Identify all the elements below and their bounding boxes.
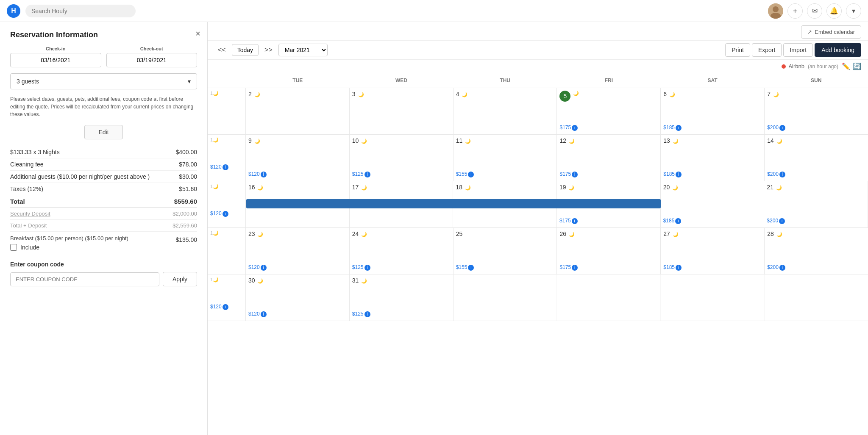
cal-day-24[interactable]: 24 🌙 $125i [350, 228, 453, 274]
cal-day-30[interactable]: 30 🌙 $120i [246, 274, 350, 321]
cal-week-2: 1🌙$120i 9 🌙 $120i 10 🌙 $125i 11 🌙 $155i … [208, 135, 868, 181]
include-checkbox[interactable] [10, 244, 17, 251]
embed-label: Embed calendar [815, 29, 855, 35]
add-booking-button[interactable]: Add booking [815, 43, 861, 57]
cal-day-12[interactable]: 12 🌙 $175i [557, 135, 661, 181]
nav-right: + ✉ 🔔 ▾ [768, 3, 861, 19]
header-sat: SAT [661, 75, 765, 86]
coupon-title: Enter coupon code [10, 261, 197, 268]
cal-day-26[interactable]: 26 🌙 $175i [557, 228, 661, 274]
cal-day-11[interactable]: 11 🌙 $155i [453, 135, 557, 181]
guests-caret-icon: ▾ [188, 78, 191, 85]
today-button[interactable]: Today [232, 44, 259, 56]
cal-day-4[interactable]: 4 🌙 [453, 88, 557, 134]
edit-icon-button[interactable]: ✏️ [842, 62, 850, 70]
day-19-price: $175i [559, 217, 658, 224]
fee-additional-amount: $30.00 [179, 173, 197, 180]
week-prefix-4: 1🌙 [208, 228, 246, 274]
guests-select[interactable]: 3 guests ▾ [10, 73, 197, 89]
cal-day-6[interactable]: 6 🌙 $185i [661, 88, 765, 134]
sync-row: Airbnb (an hour ago) ✏️ 🔄 [208, 60, 868, 73]
day-num-26: 26 🌙 [559, 230, 658, 237]
day-num-2: 2 🌙 [248, 91, 347, 97]
cal-day-13[interactable]: 13 🌙 $185i [661, 135, 765, 181]
cal-day-empty-4 [765, 274, 868, 321]
avatar[interactable] [768, 3, 783, 19]
print-button[interactable]: Print [725, 43, 750, 57]
coupon-row: Apply [10, 272, 197, 286]
import-button[interactable]: Import [783, 43, 813, 57]
calendar-grid: 1🌙 2 🌙 3 🌙 4 🌙 5 🌙 $175i [208, 88, 868, 321]
fee-additional-label: Additional guests ($10.00 per night/per … [10, 173, 150, 180]
prev-button[interactable]: << [214, 44, 229, 55]
cal-day-25[interactable]: 25 $155i [453, 228, 557, 274]
header-spacer [208, 78, 246, 83]
day-num-19: 19 🌙 [559, 184, 658, 191]
day-num-21: 21 🌙 [767, 184, 865, 191]
refresh-icon-button[interactable]: 🔄 [853, 62, 861, 70]
cal-day-5[interactable]: 5 🌙 $175i [557, 88, 661, 134]
day-num-23: 23 🌙 [248, 230, 347, 237]
day-13-price: $185i [663, 170, 762, 177]
cal-day-14[interactable]: 14 🌙 $200i [765, 135, 868, 181]
month-select[interactable]: Mar 2021 [278, 44, 328, 56]
mail-button[interactable]: ✉ [807, 3, 822, 19]
breakfast-row: Breakfast ($15.00 per person) ($15.00 pe… [10, 232, 197, 254]
day-7-price: $200i [767, 124, 865, 131]
airbnb-label: Airbnb [788, 63, 804, 69]
day-num-16: 16 🌙 [248, 184, 347, 191]
cal-day-27[interactable]: 27 🌙 $185i [661, 228, 765, 274]
total-deposit-amount: $2,559.60 [172, 222, 197, 229]
day-num-6: 6 🌙 [663, 91, 762, 97]
logo[interactable]: H [7, 4, 20, 18]
day-num-3: 3 🌙 [352, 91, 451, 97]
export-button[interactable]: Export [752, 43, 782, 57]
total-amount: $559.60 [174, 198, 197, 205]
day-10-price: $125i [352, 170, 451, 177]
day-9-price: $120i [248, 170, 347, 177]
day-num-31: 31 🌙 [352, 277, 451, 284]
fee-cleaning-amount: $78.00 [179, 161, 197, 168]
add-button[interactable]: + [787, 3, 803, 19]
search-input[interactable] [25, 5, 136, 17]
booking-bar[interactable] [246, 199, 661, 208]
panel-title: Reservation Information [10, 30, 197, 39]
cal-day-23[interactable]: 23 🌙 $120i [246, 228, 350, 274]
next-button[interactable]: >> [261, 44, 276, 55]
fee-total: Total $559.60 [10, 195, 197, 208]
checkin-field: Check-in [10, 46, 101, 67]
edit-button[interactable]: Edit [84, 125, 122, 139]
top-toolbar: ↗ Embed calendar [208, 22, 868, 41]
airbnb-dot [782, 64, 786, 69]
dropdown-button[interactable]: ▾ [846, 3, 861, 19]
cal-day-7[interactable]: 7 🌙 $200i [765, 88, 868, 134]
header-sun: SUN [764, 75, 868, 86]
cal-week-3: 1🌙$120i 16 🌙 17 🌙 18 🌙 19 🌙 $175i 20 🌙 $… [208, 181, 868, 228]
apply-button[interactable]: Apply [163, 272, 197, 286]
close-button[interactable]: × [195, 29, 200, 39]
checkout-input[interactable] [106, 53, 198, 67]
total-deposit-label: Total + Deposit [10, 222, 47, 229]
day-26-price: $175i [559, 263, 658, 271]
cal-day-31[interactable]: 31 🌙 $125i [350, 274, 453, 321]
cal-day-20[interactable]: 20 🌙 $185i [661, 181, 765, 227]
cal-day-9[interactable]: 9 🌙 $120i [246, 135, 350, 181]
fee-taxes-label: Taxes (12%) [10, 186, 43, 192]
day-11-price: $155i [456, 170, 554, 177]
day-24-price: $125i [352, 263, 451, 271]
day-6-price: $185i [663, 124, 762, 131]
toolbar-left: << Today >> Mar 2021 [214, 44, 328, 56]
coupon-input[interactable] [10, 272, 159, 286]
cal-day-2[interactable]: 2 🌙 [246, 88, 350, 134]
embed-calendar-button[interactable]: ↗ Embed calendar [801, 25, 861, 39]
fee-cleaning-label: Cleaning fee [10, 161, 44, 168]
checkin-input[interactable] [10, 53, 101, 67]
day-num-25: 25 [456, 230, 554, 237]
cal-day-3[interactable]: 3 🌙 [350, 88, 453, 134]
cal-day-28[interactable]: 28 🌙 $200i [765, 228, 868, 274]
checkout-label: Check-out [106, 46, 198, 51]
cal-day-10[interactable]: 10 🌙 $125i [350, 135, 453, 181]
security-deposit-link[interactable]: Security Deposit [10, 211, 50, 217]
notification-button[interactable]: 🔔 [826, 3, 842, 19]
cal-day-21[interactable]: 21 🌙 $200i [764, 181, 868, 227]
